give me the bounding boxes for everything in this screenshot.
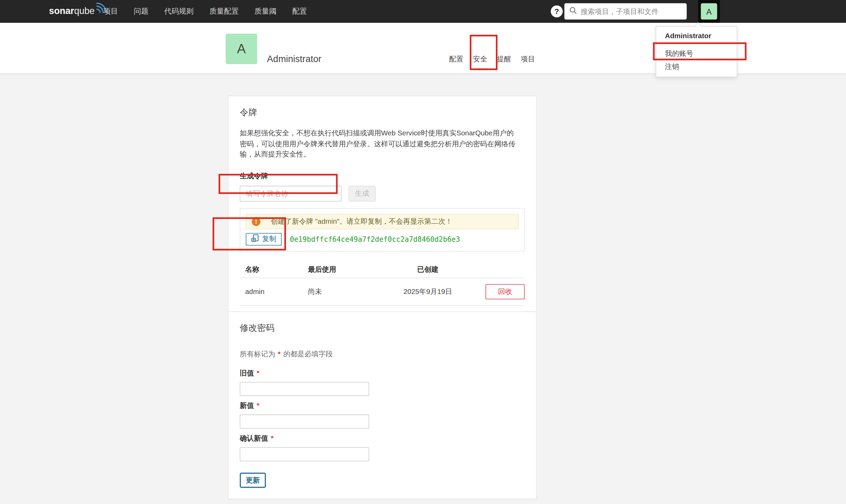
- avatar: A: [701, 3, 717, 20]
- confirm-password-field: 确认新值*: [240, 433, 525, 461]
- nav-item-projects[interactable]: 项目: [103, 6, 118, 16]
- required-fields-note: 所有标记为*的都是必填字段: [240, 349, 525, 359]
- new-password-label-text: 新值: [240, 401, 254, 410]
- new-password-input[interactable]: [240, 415, 369, 429]
- token-name-input[interactable]: [240, 186, 342, 201]
- token-value: 0e19bdffcf64ce49a7f2def0cc2a7d8460d2b6e3: [290, 235, 460, 243]
- nav-item-quality-gates[interactable]: 质量阈: [255, 6, 277, 16]
- dropdown-user-name: Administrator: [656, 31, 737, 40]
- token-created-cell: 2025年9月19日: [388, 278, 468, 305]
- nav-item-issues[interactable]: 问题: [134, 6, 148, 16]
- confirm-password-label: 确认新值*: [240, 433, 525, 443]
- required-star: *: [257, 401, 259, 410]
- profile-tabs: 配置 安全 提醒 项目: [449, 54, 535, 70]
- logo-text-bold: sonar: [49, 6, 74, 17]
- generate-token-row: 生成: [240, 186, 525, 201]
- old-password-label-text: 旧值: [240, 369, 254, 377]
- old-password-input[interactable]: [240, 382, 369, 396]
- copy-icon: [251, 234, 259, 244]
- copy-token-row: 复制 0e19bdffcf64ce49a7f2def0cc2a7d8460d2b…: [246, 233, 519, 246]
- tokens-card: 令牌 如果想强化安全，不想在执行代码扫描或调用Web Service时使用真实S…: [228, 95, 537, 317]
- profile-avatar: A: [226, 34, 257, 64]
- logo-text-light: qube: [74, 6, 95, 17]
- top-navbar: sonarqube 项目 问题 代码规则 质量配置 质量阈 配置 ?: [0, 0, 846, 23]
- old-password-label: 旧值*: [240, 368, 525, 378]
- user-dropdown: Administrator 我的账号 注销: [656, 26, 737, 77]
- search-icon: [569, 6, 577, 16]
- revoke-button[interactable]: 回收: [486, 284, 525, 299]
- page: sonarqube 项目 问题 代码规则 质量配置 质量阈 配置 ?: [0, 0, 846, 504]
- tab-projects[interactable]: 项目: [521, 54, 535, 70]
- col-header-last-used: 最后使用: [302, 261, 388, 278]
- copy-button[interactable]: 复制: [246, 233, 282, 246]
- copy-button-label: 复制: [262, 234, 276, 244]
- menu-item-my-account[interactable]: 我的账号: [656, 47, 737, 60]
- search-input[interactable]: [581, 8, 682, 16]
- table-row: admin 尚未 2025年9月19日 回收: [240, 278, 525, 305]
- token-last-used-cell: 尚未: [302, 278, 388, 305]
- note-suffix: 的都是必填字段: [283, 350, 333, 358]
- required-star: *: [271, 434, 273, 442]
- col-header-actions: [468, 261, 525, 278]
- page-title: Administrator: [267, 54, 321, 65]
- tab-profile[interactable]: 配置: [449, 54, 463, 70]
- menu-item-logout[interactable]: 注销: [656, 60, 737, 73]
- confirm-password-input[interactable]: [240, 447, 369, 461]
- generate-button[interactable]: 生成: [348, 186, 376, 201]
- warning-icon: !: [252, 217, 260, 225]
- new-token-panel: ! 创建了新令牌 "admin"。请立即复制，不会再显示第二次！ 复制: [240, 208, 525, 251]
- tokens-table: 名称 最后使用 已创建 admin 尚未 2025年9月19日 回收: [240, 261, 525, 306]
- main-nav: 项目 问题 代码规则 质量配置 质量阈 配置: [103, 0, 307, 23]
- tab-security[interactable]: 安全: [473, 54, 487, 70]
- token-name-cell: admin: [240, 278, 303, 305]
- help-icon[interactable]: ?: [551, 5, 563, 17]
- change-password-card: 修改密码 所有标记为*的都是必填字段 旧值* 新值* 确认新值* 更新: [228, 311, 537, 499]
- tokens-table-header-row: 名称 最后使用 已创建: [240, 261, 525, 278]
- sonarqube-logo[interactable]: sonarqube: [49, 0, 106, 23]
- token-action-cell: 回收: [468, 278, 525, 305]
- new-password-label: 新值*: [240, 401, 525, 411]
- required-star: *: [257, 369, 259, 377]
- note-prefix: 所有标记为: [240, 350, 275, 358]
- col-header-name: 名称: [240, 261, 303, 278]
- tab-notifications[interactable]: 提醒: [497, 54, 511, 70]
- new-password-field: 新值*: [240, 401, 525, 429]
- required-star: *: [278, 350, 281, 358]
- nav-item-rules[interactable]: 代码规则: [164, 6, 193, 16]
- old-password-field: 旧值*: [240, 368, 525, 396]
- tokens-description: 如果想强化安全，不想在执行代码扫描或调用Web Service时使用真实Sona…: [240, 128, 517, 159]
- tokens-title: 令牌: [240, 107, 525, 118]
- update-button[interactable]: 更新: [240, 473, 266, 488]
- nav-item-administration[interactable]: 配置: [292, 6, 307, 16]
- confirm-password-label-text: 确认新值: [240, 434, 268, 442]
- token-created-alert: ! 创建了新令牌 "admin"。请立即复制，不会再显示第二次！: [246, 214, 519, 229]
- token-created-message: 创建了新令牌 "admin"。请立即复制，不会再显示第二次！: [271, 217, 453, 226]
- nav-item-quality-profiles[interactable]: 质量配置: [209, 6, 239, 16]
- col-header-created: 已创建: [388, 261, 468, 278]
- user-menu-trigger[interactable]: A: [698, 0, 720, 23]
- change-password-title: 修改密码: [240, 323, 525, 334]
- global-search: [564, 3, 687, 20]
- generate-token-label: 生成令牌: [240, 171, 525, 181]
